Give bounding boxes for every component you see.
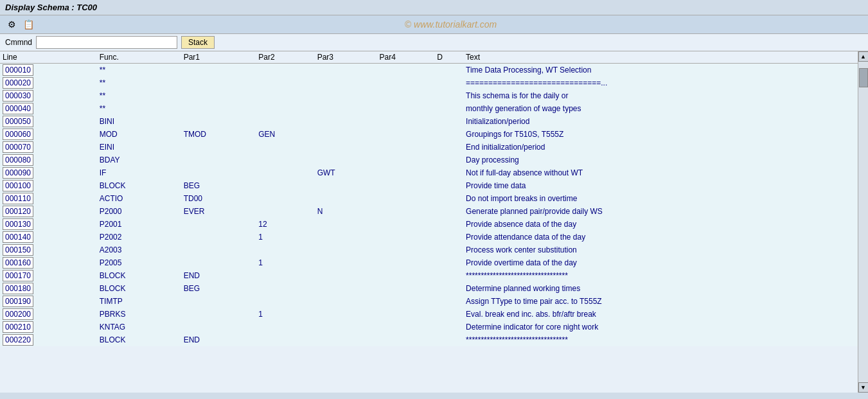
cell-d — [434, 102, 463, 115]
cell-par1 — [181, 295, 256, 308]
cell-par2: 1 — [256, 231, 314, 244]
cell-par3 — [315, 295, 377, 308]
cell-par2 — [256, 321, 314, 333]
cell-par2: 12 — [256, 218, 314, 231]
cell-d — [434, 244, 463, 256]
cell-par1 — [181, 256, 256, 269]
toolbar: ⚙ 📋 © www.tutorialkart.com — [0, 15, 868, 34]
cell-par1: END — [181, 269, 256, 282]
cell-par3 — [315, 192, 377, 205]
cell-par2 — [256, 64, 314, 77]
table-row: 000050BINIInitialization/period — [0, 115, 858, 128]
cell-par3 — [315, 154, 377, 166]
cell-par4 — [377, 218, 435, 231]
cell-par2 — [256, 205, 314, 218]
cell-d — [434, 308, 463, 321]
cell-text: Assign TType to time pair acc. to T555Z — [463, 295, 858, 308]
cell-text: Generate planned pair/provide daily WS — [463, 205, 858, 218]
cell-func: BLOCK — [97, 282, 181, 295]
cell-text: Time Data Processing, WT Selection — [463, 64, 858, 77]
table-row: 000020**==============================..… — [0, 76, 858, 89]
cell-par2 — [256, 141, 314, 154]
cell-par4 — [377, 321, 435, 333]
cell-line-value: 000070 — [3, 141, 33, 153]
cell-par4 — [377, 256, 435, 269]
cell-par2 — [256, 282, 314, 295]
cell-d — [434, 218, 463, 231]
table-row: 000040**monthly generation of wage types — [0, 102, 858, 115]
cell-func: PBRKS — [97, 308, 181, 321]
cell-par2: 1 — [256, 256, 314, 269]
cell-par4 — [377, 308, 435, 321]
cell-par3 — [315, 141, 377, 154]
tool-icon-2[interactable]: 📋 — [22, 18, 35, 31]
scrollbar[interactable]: ▲ ▼ — [858, 51, 868, 393]
cell-par1: BEG — [181, 282, 256, 295]
schema-table-area: Line Func. Par1 Par2 Par3 Par4 D Text 00… — [0, 51, 858, 393]
cell-func: ** — [97, 89, 181, 102]
cell-par1 — [181, 64, 256, 77]
cell-line-value: 000120 — [3, 206, 33, 217]
cell-par1 — [181, 321, 256, 333]
cell-d — [434, 192, 463, 205]
cell-par1 — [181, 141, 256, 154]
cell-par1: TD00 — [181, 192, 256, 205]
cell-line-value: 000220 — [3, 334, 33, 346]
cell-d — [434, 282, 463, 295]
cell-par1 — [181, 231, 256, 244]
cell-par2 — [256, 333, 314, 346]
cell-par1 — [181, 244, 256, 256]
cell-d — [434, 269, 463, 282]
cell-func: ** — [97, 76, 181, 89]
cell-text: Day processing — [463, 154, 858, 166]
scroll-up-button[interactable]: ▲ — [858, 51, 869, 62]
cell-par4 — [377, 205, 435, 218]
table-row: 000150A2003Process work center substitut… — [0, 244, 858, 256]
cell-func: BLOCK — [97, 269, 181, 282]
cell-par4 — [377, 89, 435, 102]
col-header-par4: Par4 — [377, 51, 435, 64]
cell-par3 — [315, 308, 377, 321]
cell-par3 — [315, 64, 377, 77]
page-title: Display Schema : TC00 — [5, 3, 97, 12]
cell-func: A2003 — [97, 244, 181, 256]
cell-par1 — [181, 76, 256, 89]
table-row: 000210KNTAGDetermine indicator for core … — [0, 321, 858, 333]
cell-line-value: 000110 — [3, 193, 33, 204]
cell-d — [434, 205, 463, 218]
cell-d — [434, 128, 463, 141]
cell-line-value: 000160 — [3, 257, 33, 269]
cell-par1 — [181, 102, 256, 115]
cell-text: Determine planned working times — [463, 282, 858, 295]
cell-par4 — [377, 166, 435, 179]
col-header-d: D — [434, 51, 463, 64]
cell-par3 — [315, 321, 377, 333]
scroll-track[interactable] — [858, 62, 868, 382]
cell-func: BLOCK — [97, 179, 181, 192]
cell-par2 — [256, 295, 314, 308]
command-label: Cmmnd — [5, 38, 32, 47]
table-row: 000130P200112Provide absence data of the… — [0, 218, 858, 231]
cell-par1: TMOD — [181, 128, 256, 141]
cell-par2 — [256, 102, 314, 115]
table-row: 000190TIMTPAssign TType to time pair acc… — [0, 295, 858, 308]
tool-icon-1[interactable]: ⚙ — [5, 18, 18, 31]
cell-par4 — [377, 282, 435, 295]
cell-text: Eval. break end inc. abs. bfr/aftr break — [463, 308, 858, 321]
cell-func: ACTIO — [97, 192, 181, 205]
cell-text: Not if full-day absence without WT — [463, 166, 858, 179]
cell-par4 — [377, 269, 435, 282]
cell-par3 — [315, 269, 377, 282]
scroll-down-button[interactable]: ▼ — [858, 382, 869, 393]
cell-par3 — [315, 282, 377, 295]
cell-par2 — [256, 89, 314, 102]
cell-d — [434, 295, 463, 308]
scroll-thumb[interactable] — [859, 68, 868, 87]
command-input[interactable] — [36, 36, 177, 49]
table-row: 000100BLOCKBEGProvide time data — [0, 179, 858, 192]
cell-par1 — [181, 218, 256, 231]
cell-func: BINI — [97, 115, 181, 128]
stack-button[interactable]: Stack — [181, 36, 215, 49]
cell-par4 — [377, 141, 435, 154]
cell-text: Provide time data — [463, 179, 858, 192]
